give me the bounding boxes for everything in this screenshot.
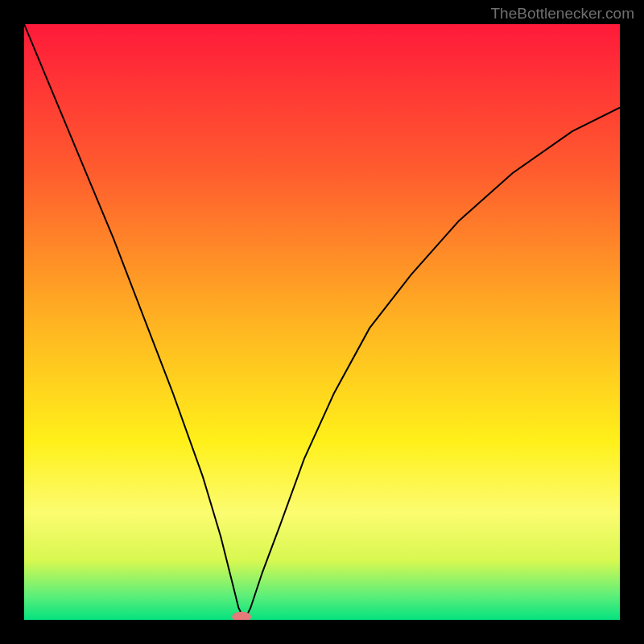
chart-plot-area	[24, 24, 620, 620]
chart-background	[24, 24, 620, 620]
watermark-text: TheBottlenecker.com	[491, 5, 634, 23]
chart-svg	[24, 24, 620, 620]
